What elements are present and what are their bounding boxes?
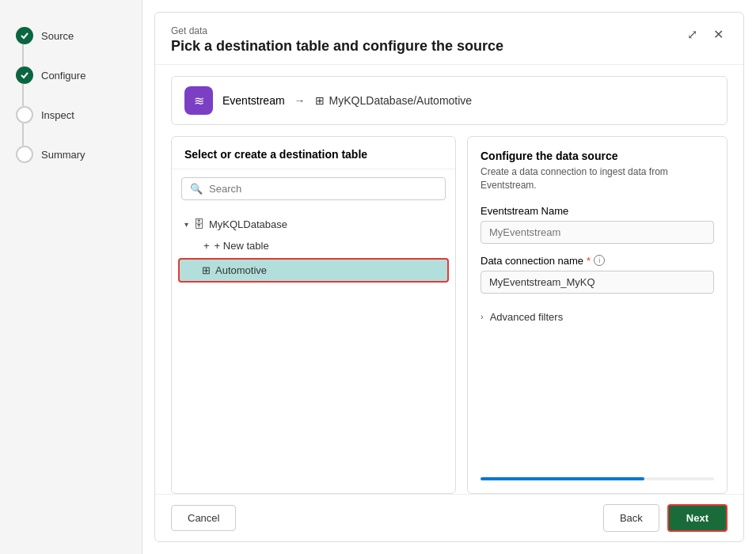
step-circle-inspect: [16, 106, 33, 123]
database-icon: 🗄: [193, 218, 204, 230]
plus-icon: +: [203, 240, 210, 252]
db-tree-node[interactable]: ▾ 🗄 MyKQLDatabase: [172, 213, 455, 235]
dialog-title: Pick a destination table and configure t…: [171, 38, 503, 55]
sidebar-item-inspect[interactable]: Inspect: [0, 95, 142, 135]
connection-name-field: Data connection name * i: [481, 255, 714, 294]
table-name-label: Automotive: [215, 264, 267, 276]
left-panel: Select or create a destination table 🔍 ▾…: [171, 136, 456, 494]
dialog-header: Get data Pick a destination table and co…: [155, 13, 743, 65]
sidebar-item-label-summary: Summary: [41, 149, 85, 161]
left-panel-header: Select or create a destination table: [172, 137, 455, 169]
scroll-bar-area: [481, 465, 714, 480]
step-circle-summary: [16, 146, 33, 163]
eventstream-name-label: Eventstream Name: [481, 205, 714, 217]
required-indicator: *: [587, 255, 591, 267]
sidebar-item-label-configure: Configure: [41, 70, 85, 82]
info-icon[interactable]: i: [594, 255, 605, 266]
sidebar: Source Configure Inspect Summary: [0, 0, 142, 554]
advanced-filters-label: Advanced filters: [490, 311, 564, 323]
table-icon: ⊞: [202, 264, 211, 276]
connection-name-label: Data connection name * i: [481, 255, 714, 267]
db-icon: ⊞: [315, 94, 325, 107]
dialog: Get data Pick a destination table and co…: [154, 12, 744, 542]
dialog-footer: Cancel Back Next: [155, 494, 743, 541]
sidebar-item-label-source: Source: [41, 30, 74, 42]
cancel-button[interactable]: Cancel: [171, 505, 236, 531]
source-bar: ≋ Eventstream → ⊞ MyKQLDatabase/Automoti…: [171, 76, 728, 125]
chevron-down-icon: ▾: [184, 220, 188, 229]
scroll-thumb: [481, 477, 644, 480]
eventstream-name-input[interactable]: [481, 221, 714, 244]
sidebar-item-source[interactable]: Source: [0, 16, 142, 55]
destination-row: ⊞ MyKQLDatabase/Automotive: [315, 94, 473, 107]
search-box[interactable]: 🔍: [181, 177, 446, 200]
dialog-title-area: Get data Pick a destination table and co…: [171, 25, 503, 55]
destination-label: MyKQLDatabase/Automotive: [329, 94, 473, 107]
source-name: Eventstream: [222, 94, 285, 107]
close-button[interactable]: ✕: [709, 25, 728, 44]
right-panel: Configure the data source Create a data …: [467, 136, 728, 494]
sidebar-item-label-inspect: Inspect: [41, 109, 74, 121]
step-circle-configure: [16, 66, 33, 84]
search-input[interactable]: [209, 183, 437, 195]
right-panel-description: Create a data connection to ingest data …: [481, 165, 714, 192]
new-table-label: + New table: [215, 240, 269, 252]
new-table-item[interactable]: + + New table: [172, 235, 455, 256]
back-button[interactable]: Back: [603, 504, 659, 532]
panels-row: Select or create a destination table 🔍 ▾…: [155, 136, 743, 494]
chevron-right-icon: ›: [481, 312, 484, 321]
selected-table-item[interactable]: ⊞ Automotive: [178, 258, 449, 283]
step-circle-source: [16, 27, 33, 44]
search-icon: 🔍: [190, 183, 203, 195]
main-content: Get data Pick a destination table and co…: [142, 0, 756, 554]
eventstream-icon: ≋: [184, 86, 213, 115]
dialog-header-icons: ⤢ ✕: [683, 25, 728, 44]
right-panel-title: Configure the data source: [481, 150, 714, 162]
next-button[interactable]: Next: [667, 504, 728, 532]
arrow-icon: →: [294, 94, 306, 107]
sidebar-item-configure[interactable]: Configure: [0, 55, 142, 95]
footer-right-buttons: Back Next: [603, 504, 728, 532]
connection-name-input[interactable]: [481, 271, 714, 294]
sidebar-item-summary[interactable]: Summary: [0, 135, 142, 174]
scroll-track: [481, 477, 714, 480]
expand-button[interactable]: ⤢: [683, 25, 701, 44]
tree-area: ▾ 🗄 MyKQLDatabase + + New table ⊞ Aut: [172, 208, 455, 493]
dialog-subtitle: Get data: [171, 25, 503, 36]
advanced-filters[interactable]: › Advanced filters: [481, 305, 714, 329]
db-name-label: MyKQLDatabase: [209, 218, 287, 230]
eventstream-name-field: Eventstream Name: [481, 205, 714, 244]
